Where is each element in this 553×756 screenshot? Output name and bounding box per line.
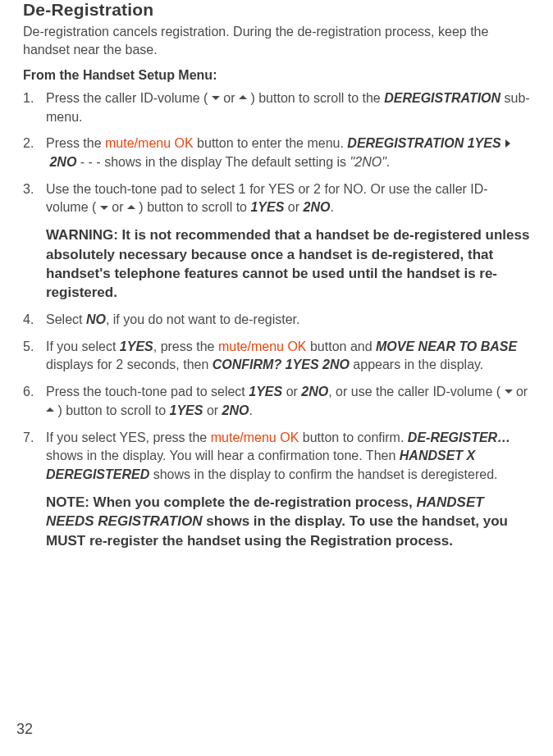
term-2no: 2NO: [49, 155, 76, 169]
text: If you select: [46, 339, 120, 353]
arrow-down-icon: [505, 389, 513, 394]
page-number: 32: [16, 721, 33, 738]
text: displays for 2 seconds, then: [46, 358, 213, 371]
step-3: Use the touch-tone pad to select 1 for Y…: [23, 180, 530, 217]
arrow-up-icon: [46, 408, 54, 412]
warning-block: WARNING: It is not recommended that a ha…: [23, 225, 530, 303]
intro-text: De-registration cancels registration. Du…: [23, 23, 530, 60]
term-de-register: DE-REGISTER…: [408, 430, 510, 444]
text: , press the: [153, 339, 218, 353]
sub-heading: From the Handset Setup Menu:: [23, 68, 530, 83]
term-dereg-1yes: DEREGISTRATION 1YES: [347, 136, 500, 150]
step-6: Press the touch-tone pad to select 1YES …: [23, 383, 530, 420]
text: or: [220, 91, 239, 105]
mute-menu-ok-label: mute/menu OK: [211, 430, 299, 444]
text: button to enter the menu.: [194, 136, 348, 150]
text: - - - shows in the display The default s…: [76, 155, 350, 169]
term-2no: 2NO: [303, 200, 330, 214]
mute-menu-ok-label: mute/menu OK: [218, 339, 307, 353]
instruction-list-cont: Select NO, if you do not want to de-regi…: [23, 311, 530, 485]
text: , if you do not want to de-register.: [106, 312, 300, 326]
term-2no: 2NO: [222, 403, 249, 417]
default-value: "2NO": [350, 155, 386, 169]
text: or: [513, 385, 528, 398]
term-deregistration: DEREGISTRATION: [384, 91, 500, 105]
text: shows in the display to confirm the hand…: [149, 467, 497, 481]
text: If you select YES, press the: [46, 430, 211, 444]
text: Press the touch-tone pad to select: [46, 385, 249, 398]
term-2no: 2NO: [301, 385, 328, 398]
step-1: Press the caller ID-volume ( or ) button…: [23, 89, 530, 126]
term-confirm: CONFIRM? 1YES 2NO: [213, 358, 350, 371]
text: ) button to scroll to: [54, 403, 170, 417]
page-title: De-Registration: [23, 0, 530, 20]
step-5: If you select 1YES, press the mute/menu …: [23, 338, 530, 375]
term-1yes: 1YES: [250, 200, 284, 214]
note-label: NOTE:: [46, 494, 94, 510]
text: .: [249, 403, 252, 417]
term-no: NO: [86, 312, 106, 326]
arrow-up-icon: [239, 95, 247, 99]
note-text: When you complete the de-registration pr…: [94, 494, 417, 510]
text: .: [330, 200, 333, 214]
step-7: If you select YES, press the mute/menu O…: [23, 429, 530, 485]
step-4: Select NO, if you do not want to de-regi…: [23, 311, 530, 330]
term-1yes: 1YES: [170, 403, 203, 417]
text: .: [386, 155, 390, 169]
note-block: NOTE: When you complete the de-registrat…: [23, 493, 530, 550]
text: or: [284, 200, 303, 214]
text: appears in the display.: [350, 358, 483, 371]
step-2: Press the mute/menu OK button to enter t…: [23, 134, 530, 171]
term-1yes: 1YES: [249, 385, 282, 398]
mute-menu-ok-label: mute/menu OK: [105, 136, 194, 150]
text: ) button to scroll to the: [247, 91, 384, 105]
term-1yes: 1YES: [120, 339, 153, 353]
text: or: [282, 385, 301, 398]
text: , or use the caller ID-volume (: [328, 385, 504, 398]
text: Select: [46, 312, 86, 326]
text: Press the: [46, 136, 105, 150]
text: ) button to scroll to: [135, 200, 251, 214]
warning-label: WARNING:: [46, 227, 122, 243]
instruction-list: Press the caller ID-volume ( or ) button…: [23, 89, 530, 217]
text: or: [203, 403, 222, 417]
text: Press the caller ID-volume (: [46, 91, 212, 105]
term-move-near: MOVE NEAR TO BASE: [376, 339, 517, 353]
text: button and: [307, 339, 377, 353]
text: button to confirm.: [299, 430, 408, 444]
text: shows in the display. You will hear a co…: [46, 449, 400, 462]
text: or: [108, 200, 127, 214]
arrow-down-icon: [212, 96, 220, 100]
arrow-down-icon: [100, 206, 108, 210]
arrow-up-icon: [127, 205, 135, 209]
